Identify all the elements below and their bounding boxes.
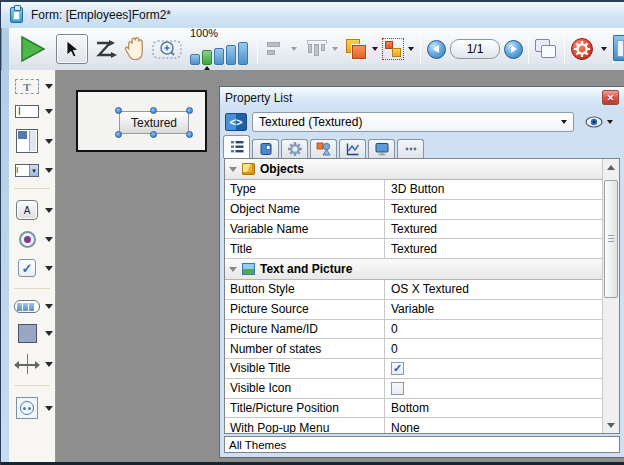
- button-tool[interactable]: A: [9, 200, 55, 220]
- property-list-titlebar[interactable]: Property List ✕: [220, 87, 624, 108]
- buttonbar-tool-dropdown[interactable]: [45, 304, 53, 309]
- window-left-frame: [1, 70, 9, 462]
- section-label: Objects: [260, 162, 304, 176]
- window-titlebar[interactable]: Form: [Employees]Form2*: [1, 0, 624, 28]
- property-value[interactable]: Bottom: [385, 399, 602, 418]
- close-icon[interactable]: ✕: [602, 90, 619, 105]
- rectangle-tool-icon: [18, 324, 37, 343]
- selection-handle[interactable]: [115, 131, 122, 138]
- form-partial-icon[interactable]: [613, 35, 624, 61]
- combobox-tool-dropdown[interactable]: [45, 168, 53, 173]
- property-label: Object Name: [225, 200, 385, 219]
- entry-order-button[interactable]: [92, 37, 118, 61]
- checkbox-unchecked[interactable]: [391, 382, 404, 395]
- zoom-bar-4[interactable]: [238, 42, 248, 65]
- text-tool[interactable]: T: [9, 79, 55, 94]
- section-header[interactable]: Objects: [225, 159, 602, 180]
- previous-page-button[interactable]: [427, 40, 446, 59]
- property-value[interactable]: 0: [385, 339, 602, 358]
- tab-events[interactable]: [339, 139, 366, 158]
- checkbox-tool-dropdown[interactable]: [45, 266, 53, 271]
- plugin-tool-dropdown[interactable]: [45, 406, 53, 411]
- tab-display[interactable]: [368, 139, 395, 158]
- execute-form-button[interactable]: [17, 34, 47, 64]
- tab-more[interactable]: [397, 139, 424, 158]
- object-selector-row: <> Textured (Textured): [220, 108, 624, 135]
- property-value[interactable]: Variable: [385, 300, 602, 319]
- object-selector-dropdown[interactable]: Textured (Textured): [252, 112, 574, 132]
- zoom-bar-current[interactable]: [202, 50, 212, 65]
- scrollbar-thumb[interactable]: [604, 180, 618, 298]
- form-area[interactable]: Textured: [76, 90, 207, 152]
- splitter-tool-dropdown[interactable]: [45, 362, 53, 367]
- tab-coordinates[interactable]: [310, 139, 337, 158]
- pointer-tool-button[interactable]: [56, 34, 88, 64]
- listbox-tool-dropdown[interactable]: [45, 139, 53, 144]
- form-editor-window: Form: [Employees]Form2*: [0, 0, 624, 465]
- property-value[interactable]: ✓: [385, 359, 602, 378]
- property-value[interactable]: 0: [385, 320, 602, 339]
- level-button[interactable]: [344, 38, 378, 60]
- zoom-bar-3[interactable]: [226, 45, 236, 65]
- selection-handle[interactable]: [186, 131, 193, 138]
- zoom-bar-1[interactable]: [190, 54, 200, 65]
- view-options-button[interactable]: [585, 116, 613, 128]
- text-tool-dropdown[interactable]: [45, 84, 53, 89]
- scroll-up-button[interactable]: [603, 159, 619, 175]
- align-button[interactable]: [267, 41, 297, 57]
- property-label: Title/Picture Position: [225, 399, 385, 418]
- property-tabs: [220, 135, 624, 158]
- selection-handle[interactable]: [150, 131, 157, 138]
- property-value[interactable]: 3D Button: [385, 180, 602, 199]
- checkbox-checked[interactable]: ✓: [391, 362, 404, 375]
- property-value[interactable]: Textured: [385, 200, 602, 219]
- splitter-tool[interactable]: [9, 354, 55, 374]
- tab-properties[interactable]: [223, 135, 250, 158]
- main-toolbar: 100%: [9, 28, 624, 70]
- run-settings-button[interactable]: [571, 38, 607, 60]
- selected-object[interactable]: Textured: [119, 111, 189, 134]
- code-icon[interactable]: <>: [225, 113, 247, 131]
- theme-filter-bar[interactable]: All Themes: [224, 436, 620, 453]
- buttonbar-tool[interactable]: [9, 300, 55, 313]
- play-icon: [17, 34, 47, 64]
- listbox-tool-icon: [16, 129, 38, 153]
- selection-handle[interactable]: [115, 107, 122, 114]
- radio-tool[interactable]: [9, 231, 55, 248]
- selection-handle[interactable]: [150, 107, 157, 114]
- next-page-button[interactable]: [504, 40, 523, 59]
- scroll-down-button[interactable]: [603, 417, 619, 433]
- property-label: Button Style: [225, 280, 385, 299]
- property-value[interactable]: OS X Textured: [385, 280, 602, 299]
- property-scrollbar[interactable]: [602, 159, 619, 433]
- property-value[interactable]: None: [385, 418, 602, 433]
- property-value[interactable]: Textured: [385, 220, 602, 239]
- radio-tool-dropdown[interactable]: [45, 237, 53, 242]
- selection-handle[interactable]: [186, 107, 193, 114]
- combobox-tool[interactable]: I▾: [9, 164, 55, 177]
- pan-tool-button[interactable]: [122, 36, 149, 63]
- input-tool-dropdown[interactable]: [45, 109, 53, 114]
- section-header[interactable]: Text and Picture: [225, 259, 602, 280]
- page-manager-button[interactable]: [534, 38, 558, 60]
- zoom-level-control[interactable]: 100%: [190, 41, 248, 65]
- collapse-triangle-icon[interactable]: [229, 167, 237, 172]
- plugin-tool[interactable]: [9, 397, 55, 419]
- rectangle-tool[interactable]: [9, 324, 55, 343]
- zoom-tool-button[interactable]: [152, 37, 184, 61]
- tab-settings[interactable]: [281, 139, 308, 158]
- collapse-triangle-icon[interactable]: [229, 267, 237, 272]
- input-tool[interactable]: I: [9, 105, 55, 118]
- listbox-tool[interactable]: [9, 129, 55, 153]
- input-tool-icon: I: [15, 105, 39, 118]
- property-value[interactable]: Textured: [385, 239, 602, 258]
- checkbox-tool[interactable]: ✓: [9, 259, 55, 277]
- tab-book[interactable]: [252, 139, 279, 158]
- group-button[interactable]: [382, 38, 414, 60]
- distribute-button[interactable]: [306, 40, 338, 58]
- button-tool-dropdown[interactable]: [45, 208, 53, 213]
- zoom-bar-2[interactable]: [214, 48, 224, 65]
- rectangle-tool-dropdown[interactable]: [45, 331, 53, 336]
- scrollbar-track[interactable]: [603, 175, 619, 417]
- property-value[interactable]: [385, 379, 602, 398]
